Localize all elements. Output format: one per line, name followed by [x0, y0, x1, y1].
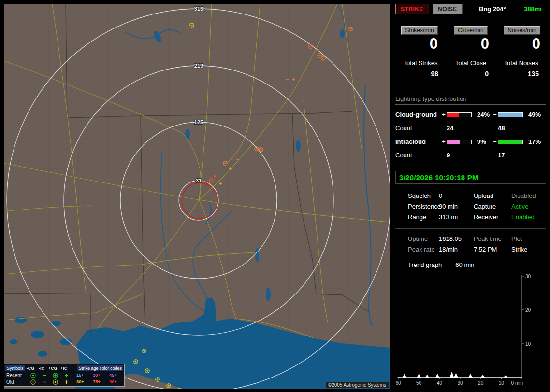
distribution-row: Cloud-ground + 24% − 49% — [395, 111, 546, 118]
map-canvas: 31321912531 — [4, 4, 390, 389]
noise-button[interactable]: NOISE — [433, 4, 463, 14]
rate-value: 0 — [396, 35, 443, 53]
info-cell: 7:52 PM — [474, 246, 511, 253]
rate-label[interactable]: Strikes/min — [401, 26, 437, 35]
count-label: Count — [395, 125, 441, 132]
range-ring-label: 219 — [194, 63, 203, 69]
bearing-value: Bng 204° — [479, 5, 506, 13]
minus-bar — [498, 112, 523, 117]
legend-symbols-label: Symbols — [5, 365, 25, 371]
trend-graph: 3020106050403020100 min — [395, 271, 540, 387]
plus-count: 24 — [447, 125, 475, 132]
side-panel: STRIKE NOISE Bng 204° 388mi Strikes/min … — [395, 4, 546, 389]
rate-box: Strikes/min 0 — [396, 26, 443, 53]
totals-row: Total Strikes 98 Total Close 0 Total Noi… — [395, 59, 546, 78]
minus-bar — [498, 140, 523, 144]
plus-sign: + — [441, 111, 447, 118]
rate-label[interactable]: Close/min — [454, 26, 487, 35]
svg-text:30: 30 — [457, 380, 463, 386]
strike-legend: Symbols -CG-IC+CG+IC Strike age color co… — [4, 364, 125, 387]
status-label: Upload — [474, 192, 511, 199]
plus-count: 9 — [447, 152, 475, 159]
ic-minus-icon — [39, 379, 50, 385]
distribution-table: Cloud-ground + 24% − 49% Count 24 48 Int… — [395, 111, 546, 159]
legend-age-header: Strike age color codes — [77, 365, 123, 371]
age-code: 15+ — [72, 373, 88, 378]
minus-count: 17 — [498, 152, 526, 159]
legend-row-label: Recent — [5, 373, 28, 378]
legend-column-header: +IC — [58, 366, 70, 371]
info-cell: 18/min — [439, 246, 474, 253]
status-value: 0 — [439, 192, 474, 199]
plus-percent: 24% — [475, 111, 492, 118]
status-label: Receiver — [474, 213, 511, 221]
ic-plus-icon — [61, 379, 72, 385]
svg-text:10: 10 — [499, 380, 505, 386]
legend-row: Old 60+75+90+ — [5, 378, 123, 385]
total-box: Total Close 0 — [447, 59, 495, 78]
rate-label[interactable]: Noises/min — [504, 26, 540, 35]
status-label: Capture — [474, 203, 511, 210]
svg-text:0 min: 0 min — [511, 380, 523, 386]
datetime-display: 3/20/2026 10:20:18 PM — [395, 171, 546, 184]
legend-column-header: -IC — [36, 366, 47, 371]
total-box: Total Noises 135 — [497, 59, 545, 78]
info-cell: 1618:05 — [439, 235, 474, 242]
distribution-row: Intracloud + 9% − 17% — [395, 138, 546, 145]
age-code: 45+ — [105, 373, 121, 378]
copyright: ©2005 Astrogenic Systems — [326, 382, 389, 388]
bearing-distance: 388mi — [524, 5, 542, 13]
app-window: 31321912531 Symbols -CG-IC+CG+IC Strike … — [0, 0, 550, 392]
minus-sign: − — [492, 111, 498, 118]
status-state: Enabled — [511, 213, 546, 221]
rate-box: Close/min 0 — [448, 26, 494, 53]
range-ring-label: 31 — [196, 178, 202, 183]
svg-text:60: 60 — [395, 380, 401, 386]
trend-graph-label-row: Trend graph 60 min — [395, 261, 546, 268]
status-label: Squelch — [408, 192, 439, 199]
strike-button[interactable]: STRIKE — [395, 4, 429, 14]
bearing-display: Bng 204° 388mi — [475, 4, 546, 14]
status-value: 313 mi — [439, 213, 474, 221]
distribution-title: Lightning type distribution — [395, 95, 546, 105]
svg-text:30: 30 — [525, 274, 531, 279]
total-value: 0 — [447, 70, 495, 78]
info-cell: Strike — [511, 246, 546, 253]
lightning-map[interactable]: 31321912531 Symbols -CG-IC+CG+IC Strike … — [4, 4, 390, 389]
distribution-type-label: Intracloud — [395, 138, 441, 145]
svg-text:10: 10 — [525, 341, 531, 347]
age-code: 75+ — [88, 379, 105, 384]
status-grid: Squelch 0 Upload DisabledPersistence 90 … — [395, 192, 546, 221]
svg-text:20: 20 — [478, 380, 484, 386]
svg-text:50: 50 — [416, 380, 422, 386]
legend-column-header: +CG — [47, 366, 58, 371]
svg-text:20: 20 — [525, 308, 531, 313]
minus-percent: 17% — [526, 138, 546, 145]
range-ring-label: 313 — [194, 6, 203, 12]
plus-percent: 9% — [475, 138, 492, 145]
plus-bar — [447, 112, 472, 117]
legend-column-header: -CG — [25, 366, 36, 371]
distribution-count-row: Count 9 17 — [395, 152, 546, 159]
count-label: Count — [395, 152, 441, 159]
age-code: 90+ — [105, 379, 121, 384]
info-cell: Peak rate — [408, 246, 439, 253]
minus-sign: − — [492, 138, 498, 145]
age-code: 30+ — [88, 373, 105, 378]
legend-row-label: Old — [5, 379, 28, 385]
total-label: Total Close — [447, 59, 495, 67]
cg-minus-icon — [28, 372, 39, 378]
status-state: Active — [511, 203, 546, 210]
total-label: Total Noises — [497, 59, 545, 67]
cg-plus-icon — [50, 372, 61, 378]
status-label: Range — [408, 213, 439, 221]
distribution-count-row: Count 24 48 — [395, 125, 546, 132]
range-ring-label: 125 — [194, 119, 203, 125]
trend-graph-duration: 60 min — [455, 261, 474, 268]
cg-plus-icon — [50, 379, 61, 385]
status-label: Persistence — [408, 203, 439, 210]
rate-value: 0 — [448, 35, 494, 53]
rate-box: Noises/min 0 — [499, 26, 545, 53]
svg-text:40: 40 — [437, 380, 443, 386]
info-cell: Peak time — [474, 235, 511, 242]
